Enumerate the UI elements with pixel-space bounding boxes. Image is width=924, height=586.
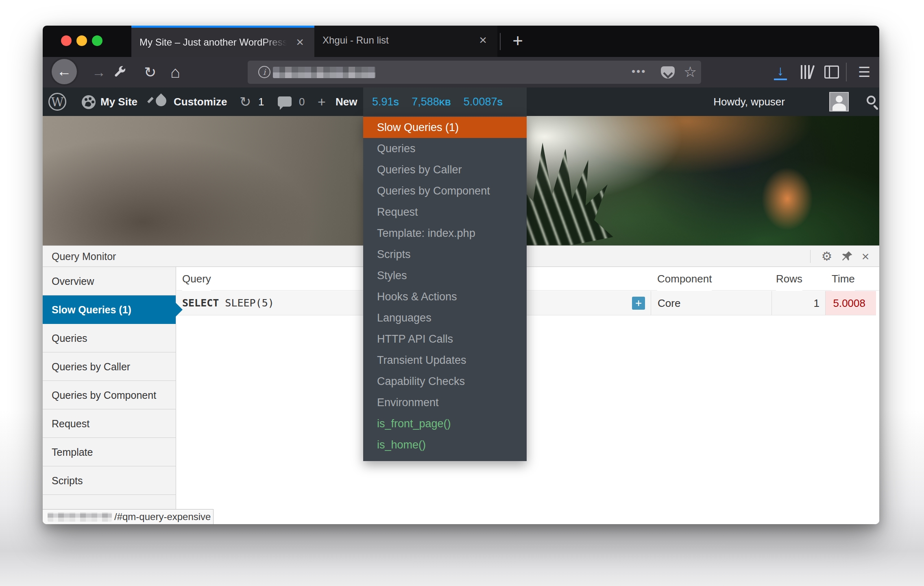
qm-sidebar-item-queries[interactable]: Queries (43, 324, 176, 352)
qm-stat-memory: 7,588 (412, 96, 439, 108)
qm-sidebar-item-partial[interactable] (43, 495, 176, 510)
user-avatar[interactable] (829, 92, 849, 112)
qm-stat-query-time: 5.0087 (464, 96, 497, 108)
download-arrow-icon: ↓ (777, 63, 784, 78)
tab-xhgui[interactable]: Xhgui - Run list × (314, 26, 497, 57)
qm-menu-item-queries[interactable]: Queries (363, 138, 527, 159)
qm-stat-time: 5.91 (372, 96, 394, 108)
qm-menu-item-styles[interactable]: Styles (363, 265, 527, 286)
qm-menu-item-languages[interactable]: Languages (363, 307, 527, 328)
qm-menu-item-scripts[interactable]: Scripts (363, 244, 527, 265)
qm-sidebar-item-template[interactable]: Template (43, 438, 176, 466)
qm-menu-item-is-home[interactable]: is_home() (363, 434, 527, 455)
toolbar-separator (846, 63, 847, 81)
time-cell: 5.0008 (825, 291, 876, 315)
qm-sidebar-item-slow-queries[interactable]: Slow Queries (1) (43, 295, 176, 324)
pocket-icon[interactable] (661, 66, 675, 79)
browser-window: My Site – Just another WordPress si × Xh… (43, 26, 879, 524)
component-cell: Core (651, 291, 771, 315)
customize-brush-icon[interactable] (154, 94, 169, 109)
tab-title: Xhgui - Run list (323, 26, 469, 55)
column-header-rows[interactable]: Rows (776, 267, 802, 291)
expand-query-button[interactable]: + (632, 297, 645, 310)
column-header-component[interactable]: Component (657, 267, 712, 291)
comments-count[interactable]: 0 (299, 87, 305, 116)
qm-sidebar-item-request[interactable]: Request (43, 409, 176, 438)
qm-menu-item-template[interactable]: Template: index.php (363, 223, 527, 244)
slow-query-table-row: SELECT SLEEP(5) + Core 1 5.0008 (177, 291, 879, 315)
qm-table-area: Query Component Rows Time SELECT SLEEP(5… (177, 267, 879, 524)
new-content-plus-icon[interactable]: + (318, 87, 326, 116)
qm-menu-item-slow-queries[interactable]: Slow Queries (1) (363, 117, 527, 138)
qm-menu-item-http-api-calls[interactable]: HTTP API Calls (363, 328, 527, 350)
tab-bar: My Site – Just another WordPress si × Xh… (43, 26, 879, 57)
close-panel-icon[interactable]: × (856, 246, 874, 267)
qm-sidebar-item-queries-by-caller[interactable]: Queries by Caller (43, 352, 176, 381)
forward-button[interactable]: → (87, 57, 110, 87)
qm-sidebar-item-queries-by-component[interactable]: Queries by Component (43, 381, 176, 409)
qm-menu-item-queries-by-component[interactable]: Queries by Component (363, 180, 527, 201)
search-icon[interactable] (867, 96, 876, 105)
my-site-menu[interactable]: My Site (100, 87, 137, 116)
wordpress-logo-icon[interactable]: W (48, 93, 66, 111)
tab-my-site[interactable]: My Site – Just another WordPress si × (131, 26, 314, 57)
tab-title: My Site – Just another WordPress si (139, 28, 290, 57)
back-button[interactable]: ← (52, 59, 77, 84)
wp-admin-bar: W My Site Customize ↻ 1 0 + New 5.91S 7,… (43, 87, 879, 116)
updates-count[interactable]: 1 (258, 87, 264, 116)
menu-button[interactable]: ☰ (853, 57, 876, 87)
qm-table-header-row: Query Component Rows Time (177, 267, 879, 291)
close-tab-icon[interactable]: × (296, 28, 304, 57)
site-info-icon[interactable]: i (258, 66, 270, 78)
qm-sidebar: Overview Slow Queries (1) Queries Querie… (43, 267, 176, 524)
status-url-suffix: /#qm-query-expensive (114, 509, 211, 524)
page-actions-icon[interactable]: ••• (632, 61, 646, 84)
pin-icon[interactable] (838, 246, 856, 267)
minimize-window-button[interactable] (76, 35, 87, 46)
sql-keyword: SELECT (182, 297, 219, 309)
blurred-url-text (273, 67, 375, 78)
close-tab-icon[interactable]: × (479, 26, 487, 55)
download-bar (774, 79, 787, 80)
qm-menu-item-capability-checks[interactable]: Capability Checks (363, 371, 527, 392)
succulent-plant-image (518, 140, 613, 245)
customize-menu[interactable]: Customize (174, 87, 227, 116)
link-status-tooltip: /#qm-query-expensive (43, 509, 214, 524)
new-tab-button[interactable]: + (505, 26, 531, 57)
column-header-query[interactable]: Query (182, 267, 211, 291)
qm-menu-item-transient-updates[interactable]: Transient Updates (363, 350, 527, 371)
qm-menu-item-queries-by-caller[interactable]: Queries by Caller (363, 159, 527, 180)
sidebar-toggle-button[interactable] (819, 57, 842, 87)
rows-cell: 1 (771, 291, 825, 315)
qm-menu-item-request[interactable]: Request (363, 201, 527, 223)
blurred-status-url (48, 512, 112, 522)
downloads-button[interactable]: ↓ (769, 57, 792, 87)
new-content-menu[interactable]: New (336, 87, 357, 116)
qm-panel-title: Query Monitor (52, 246, 116, 267)
zoom-window-button[interactable] (92, 35, 102, 46)
wrench-icon[interactable] (113, 57, 135, 87)
tab-separator (500, 33, 501, 50)
qm-sidebar-item-overview[interactable]: Overview (43, 267, 176, 295)
updates-icon[interactable]: ↻ (240, 87, 251, 116)
qm-menu-item-hooks-actions[interactable]: Hooks & Actions (363, 286, 527, 307)
navigation-toolbar: ← → ↻ ⌂ i ••• ☆ ↓ ☰ (43, 57, 879, 87)
query-monitor-dropdown: Slow Queries (1) Queries Queries by Call… (363, 116, 527, 461)
column-header-time[interactable]: Time (832, 267, 855, 291)
bookmark-star-icon[interactable]: ☆ (684, 61, 697, 84)
url-bar[interactable]: i ••• ☆ (248, 61, 701, 84)
close-window-button[interactable] (61, 35, 72, 46)
qm-menu-item-is-front-page[interactable]: is_front_page() (363, 413, 527, 434)
howdy-user-menu[interactable]: Howdy, wpuser (713, 87, 785, 116)
qm-header-separator (810, 250, 811, 263)
settings-gear-icon[interactable]: ⚙ (818, 246, 836, 267)
sql-rest: SLEEP(5) (219, 297, 274, 309)
home-button[interactable]: ⌂ (164, 57, 187, 87)
my-site-icon[interactable] (82, 95, 96, 109)
query-monitor-admin-item[interactable]: 5.91S 7,588KB 5.0087S 24Q (363, 87, 527, 116)
comments-icon[interactable] (278, 96, 292, 107)
qm-menu-item-environment[interactable]: Environment (363, 392, 527, 413)
qm-sidebar-item-scripts[interactable]: Scripts (43, 466, 176, 495)
reload-button[interactable]: ↻ (139, 57, 161, 87)
library-button[interactable] (794, 57, 817, 87)
